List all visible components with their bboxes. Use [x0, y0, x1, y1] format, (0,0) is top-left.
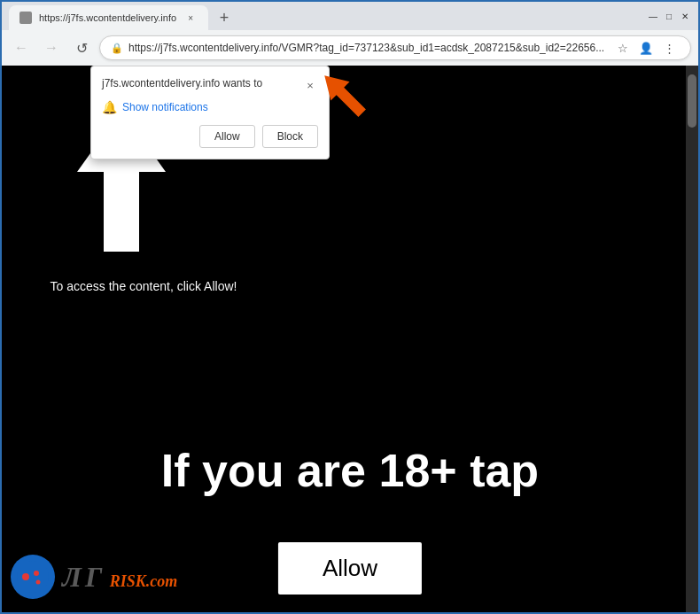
svg-point-3 [34, 571, 39, 576]
pcrisk-ball-icon [11, 555, 55, 599]
access-content-text: To access the content, click Allow! [46, 278, 241, 296]
bell-icon: 🔔 [102, 100, 117, 114]
popup-site-text: j7fs.wcontentdelivery.info wants to [102, 77, 302, 89]
bookmark-icon[interactable]: ☆ [612, 37, 634, 58]
svg-point-2 [22, 573, 29, 580]
new-tab-button[interactable]: + [212, 5, 237, 30]
address-bar-row: ← → ↺ 🔒 https://j7fs.wcontentdelivery.in… [2, 30, 698, 66]
popup-notification-row: 🔔 Show notifications [102, 100, 318, 114]
pcrisk-domain: RISK.com [110, 572, 178, 590]
pcrisk-overlay: ЛГ RISK.com [2, 541, 698, 612]
lock-icon: 🔒 [111, 43, 123, 54]
orange-arrow-indicator [311, 66, 382, 136]
address-right-icons: ☆ 👤 ⋮ [612, 37, 680, 58]
svg-marker-5 [315, 66, 372, 123]
popup-buttons: Allow Block [102, 125, 318, 148]
tab-favicon [19, 12, 32, 24]
page-content-area: To access the content, click Allow! If y… [2, 66, 698, 612]
back-button[interactable]: ← [9, 35, 34, 60]
age-gate-text: If you are 18+ tap [2, 444, 698, 497]
title-bar: https://j7fs.wcontentdelivery.info × + —… [2, 2, 698, 30]
scrollbar-thumb[interactable] [688, 74, 696, 128]
menu-icon[interactable]: ⋮ [658, 37, 680, 58]
tab-close-button[interactable]: × [183, 11, 198, 25]
window-controls: — □ ✕ [647, 10, 691, 22]
scrollbar[interactable] [686, 66, 698, 612]
active-tab[interactable]: https://j7fs.wcontentdelivery.info × [9, 5, 208, 30]
refresh-button[interactable]: ↺ [69, 35, 94, 60]
browser-frame: https://j7fs.wcontentdelivery.info × + —… [0, 0, 700, 614]
svg-point-4 [36, 580, 41, 585]
account-icon[interactable]: 👤 [635, 37, 657, 58]
tab-title: https://j7fs.wcontentdelivery.info [39, 12, 176, 23]
popup-allow-button[interactable]: Allow [199, 125, 255, 148]
popup-header: j7fs.wcontentdelivery.info wants to × [102, 77, 318, 93]
url-text: https://j7fs.wcontentdelivery.info/VGMR?… [128, 42, 607, 54]
close-window-button[interactable]: ✕ [679, 10, 691, 22]
minimize-button[interactable]: — [647, 10, 659, 22]
forward-button[interactable]: → [39, 35, 64, 60]
address-box[interactable]: 🔒 https://j7fs.wcontentdelivery.info/VGM… [99, 35, 691, 60]
notification-popup: j7fs.wcontentdelivery.info wants to × 🔔 … [90, 66, 330, 159]
tab-bar: https://j7fs.wcontentdelivery.info × + [9, 2, 640, 30]
popup-block-button[interactable]: Block [262, 125, 318, 148]
maximize-button[interactable]: □ [663, 10, 675, 22]
pcrisk-text-area: ЛГ RISK.com [62, 561, 177, 594]
pcrisk-logo: ЛГ RISK.com [11, 555, 177, 599]
show-notifications-link[interactable]: Show notifications [122, 101, 208, 113]
svg-point-1 [17, 561, 49, 593]
pcrisk-site-name: ЛГ [62, 561, 105, 593]
